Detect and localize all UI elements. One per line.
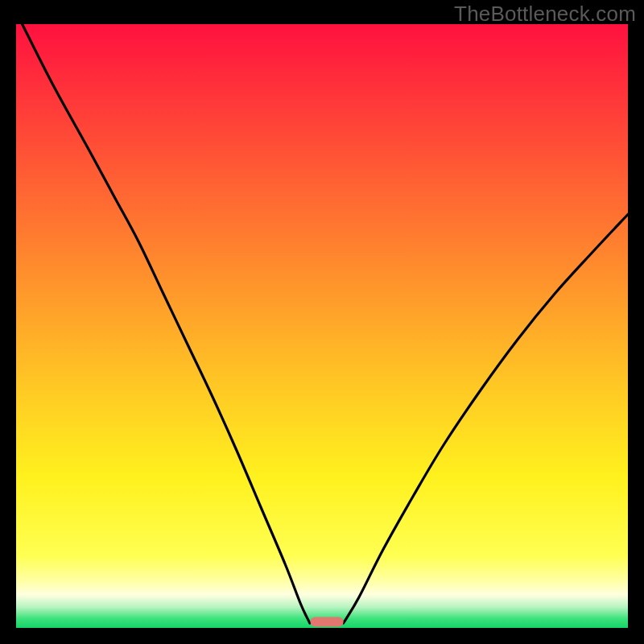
chart-figure: TheBottleneck.com — [0, 0, 644, 644]
marker-pill — [311, 617, 344, 627]
watermark-text: TheBottleneck.com — [454, 2, 636, 27]
plot-background — [16, 24, 628, 628]
chart-canvas — [0, 0, 644, 644]
